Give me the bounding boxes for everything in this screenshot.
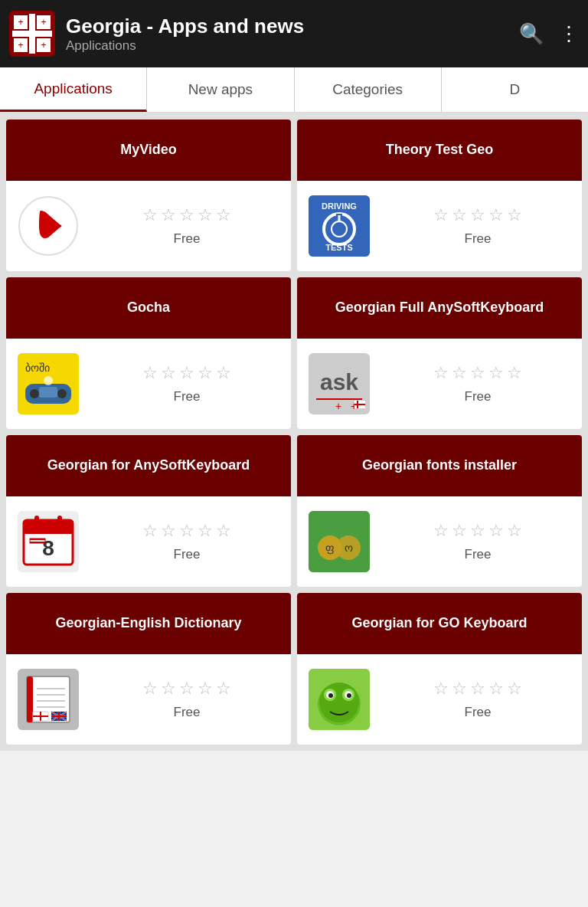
app-card[interactable]: MyVideo ☆ ☆ ☆ ☆ ☆ Free <box>6 120 291 271</box>
svg-rect-39 <box>57 516 62 526</box>
app-meta: ☆ ☆ ☆ ☆ ☆ Free <box>90 205 283 247</box>
star-5: ☆ <box>216 521 231 541</box>
app-icon: ბოში <box>14 349 83 418</box>
star-rating: ☆ ☆ ☆ ☆ ☆ <box>142 205 231 225</box>
price-label: Free <box>465 231 492 247</box>
app-meta: ☆ ☆ ☆ ☆ ☆ Free <box>381 205 574 247</box>
star-1: ☆ <box>142 205 158 225</box>
svg-text:TESTS: TESTS <box>325 243 352 252</box>
app-card-header: Georgian for GO Keyboard <box>297 593 582 654</box>
svg-text:ფ: ფ <box>325 542 335 555</box>
star-5: ☆ <box>507 521 522 541</box>
price-label: Free <box>174 705 201 720</box>
star-1: ☆ <box>142 521 158 541</box>
app-card-body: ფ ო ☆ ☆ ☆ ☆ ☆ Free <box>297 496 582 587</box>
app-card[interactable]: Georgian-English Dictionary <box>6 593 291 745</box>
more-vertical-icon[interactable]: ⋮ <box>559 22 579 46</box>
price-label: Free <box>465 705 492 720</box>
app-card-header: MyVideo <box>6 120 291 181</box>
app-icon <box>305 665 374 734</box>
svg-point-75 <box>328 693 333 698</box>
app-meta: ☆ ☆ ☆ ☆ ☆ Free <box>381 679 574 720</box>
app-card[interactable]: Georgian for GO Keyboard <box>297 593 582 745</box>
star-3: ☆ <box>470 679 485 699</box>
app-card-body: ☆ ☆ ☆ ☆ ☆ Free <box>297 654 582 745</box>
app-card-header: Georgian-English Dictionary <box>6 593 291 654</box>
svg-text:+: + <box>41 17 46 28</box>
price-label: Free <box>174 231 201 247</box>
star-2: ☆ <box>452 205 467 225</box>
svg-text:+: + <box>18 40 23 51</box>
svg-text:ო: ო <box>345 542 353 554</box>
tab-d[interactable]: D <box>442 67 588 112</box>
star-5: ☆ <box>507 205 522 225</box>
star-3: ☆ <box>179 679 194 699</box>
app-card-title: Georgian for AnySoftKeyboard <box>47 457 250 474</box>
star-1: ☆ <box>433 521 449 541</box>
svg-text:+: + <box>18 17 23 28</box>
svg-rect-42 <box>30 539 45 540</box>
app-meta: ☆ ☆ ☆ ☆ ☆ Free <box>90 363 283 404</box>
star-4: ☆ <box>488 363 504 383</box>
tab-bar: Applications New apps Categories D <box>0 67 588 113</box>
app-icon: ფ ო <box>305 507 374 576</box>
svg-point-76 <box>347 693 351 698</box>
app-card-header: Theory Test Geo <box>297 120 582 181</box>
app-card-body: ☆ ☆ ☆ ☆ ☆ Free <box>6 181 291 271</box>
star-5: ☆ <box>216 205 231 225</box>
app-card[interactable]: Georgian fonts installer ფ ო ☆ ☆ ☆ ☆ ☆ <box>297 435 582 587</box>
star-rating: ☆ ☆ ☆ ☆ ☆ <box>433 205 522 225</box>
app-card-body: ☆ ☆ ☆ ☆ ☆ Free <box>6 654 291 745</box>
star-rating: ☆ ☆ ☆ ☆ ☆ <box>142 363 231 383</box>
star-rating: ☆ ☆ ☆ ☆ ☆ <box>433 679 522 699</box>
app-card-title: Georgian Full AnySoftKeyboard <box>335 300 544 316</box>
tab-categories[interactable]: Categories <box>295 67 442 112</box>
app-card[interactable]: Georgian for AnySoftKeyboard 8 <box>6 435 291 587</box>
star-1: ☆ <box>433 363 449 383</box>
star-1: ☆ <box>433 679 449 699</box>
star-3: ☆ <box>179 363 194 383</box>
svg-text:ask: ask <box>320 369 358 395</box>
star-2: ☆ <box>452 521 467 541</box>
svg-point-22 <box>30 389 39 398</box>
app-card-title: Georgian fonts installer <box>362 457 517 474</box>
price-label: Free <box>465 547 492 562</box>
search-icon[interactable]: 🔍 <box>519 22 544 46</box>
app-logo: + + + + <box>9 11 55 57</box>
app-card[interactable]: Theory Test Geo DRIVING TESTS ☆ ☆ ☆ <box>297 120 582 271</box>
star-5: ☆ <box>216 363 231 383</box>
app-card-title: Theory Test Geo <box>386 142 494 159</box>
star-3: ☆ <box>179 205 194 225</box>
star-1: ☆ <box>433 205 449 225</box>
tab-new-apps[interactable]: New apps <box>147 67 294 112</box>
svg-rect-43 <box>30 542 45 543</box>
star-4: ☆ <box>198 205 213 225</box>
svg-rect-2 <box>12 31 52 37</box>
star-4: ☆ <box>198 679 213 699</box>
app-meta: ☆ ☆ ☆ ☆ ☆ Free <box>90 521 283 562</box>
star-3: ☆ <box>470 363 485 383</box>
svg-rect-51 <box>27 676 33 722</box>
star-3: ☆ <box>470 521 485 541</box>
star-5: ☆ <box>507 363 522 383</box>
header-title: Georgia - Apps and news <box>66 15 519 38</box>
app-card[interactable]: Gocha ბოში ☆ ☆ ☆ ☆ ☆ <box>6 277 291 429</box>
app-icon <box>14 665 83 734</box>
star-2: ☆ <box>452 363 467 383</box>
star-rating: ☆ ☆ ☆ ☆ ☆ <box>433 521 522 541</box>
star-5: ☆ <box>507 679 522 699</box>
svg-rect-24 <box>39 387 57 398</box>
app-card-title: Georgian for GO Keyboard <box>351 615 527 632</box>
header-actions: 🔍 ⋮ <box>519 22 579 46</box>
svg-point-25 <box>44 376 53 385</box>
star-4: ☆ <box>488 205 504 225</box>
header: + + + + Georgia - Apps and news Applicat… <box>0 0 588 67</box>
svg-point-23 <box>57 389 67 398</box>
svg-text:+: + <box>335 400 341 412</box>
svg-text:+: + <box>41 40 46 51</box>
tab-applications[interactable]: Applications <box>0 67 147 112</box>
star-4: ☆ <box>488 521 504 541</box>
app-card[interactable]: Georgian Full AnySoftKeyboard ask + + ☆ … <box>297 277 582 429</box>
app-card-header: Gocha <box>6 277 291 339</box>
app-card-body: 8 ☆ ☆ ☆ ☆ ☆ Free <box>6 496 291 587</box>
